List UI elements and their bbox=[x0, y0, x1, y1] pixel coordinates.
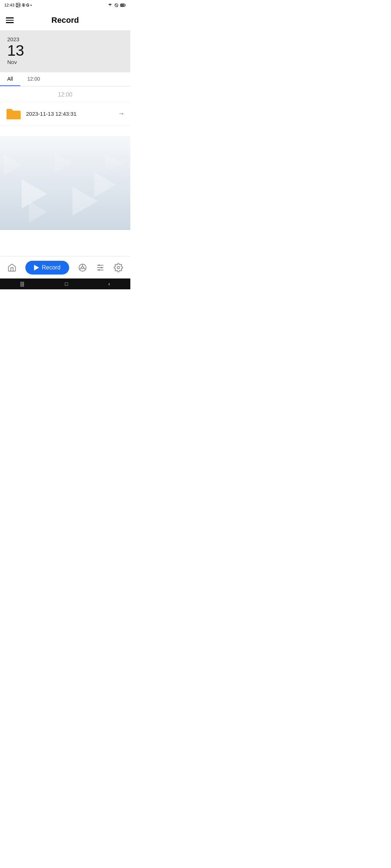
dot-icon: • bbox=[30, 3, 32, 7]
svg-point-24 bbox=[98, 264, 100, 266]
gear-icon bbox=[114, 263, 123, 272]
svg-marker-9 bbox=[22, 179, 47, 208]
status-right bbox=[108, 3, 126, 8]
watermark-shapes bbox=[0, 136, 130, 230]
folder-icon bbox=[6, 107, 21, 120]
nav-gear-button[interactable] bbox=[114, 263, 123, 272]
date-section: 2023 13 Nov bbox=[0, 30, 130, 72]
system-nav-bar: ||| □ ‹ bbox=[0, 278, 130, 289]
nav-record-button[interactable]: Record bbox=[25, 261, 70, 275]
tab-1200[interactable]: 12:00 bbox=[20, 72, 47, 86]
svg-point-1 bbox=[17, 4, 18, 5]
svg-point-25 bbox=[101, 267, 102, 268]
tab-all[interactable]: All bbox=[0, 72, 20, 86]
date-year: 2023 bbox=[7, 36, 123, 42]
svg-marker-11 bbox=[94, 172, 116, 197]
nav-home-button[interactable] bbox=[7, 263, 17, 272]
sim-1-icon: ① bbox=[22, 3, 25, 8]
photo-icon bbox=[16, 3, 21, 8]
date-month: Nov bbox=[7, 59, 123, 65]
svg-marker-15 bbox=[29, 201, 47, 223]
record-button-label: Record bbox=[42, 264, 61, 271]
nav-drive-button[interactable] bbox=[78, 263, 87, 272]
date-day: 13 bbox=[7, 42, 123, 59]
svg-marker-10 bbox=[72, 187, 98, 216]
svg-point-17 bbox=[81, 266, 84, 269]
record-name: 2023-11-13 12:43:31 bbox=[26, 111, 113, 117]
record-list: 2023-11-13 12:43:31 → bbox=[0, 102, 130, 125]
sliders-icon bbox=[96, 263, 105, 272]
status-left: 12:43 ① G • bbox=[4, 3, 32, 8]
svg-point-27 bbox=[117, 266, 120, 269]
back-button[interactable]: ‹ bbox=[108, 281, 110, 287]
svg-line-4 bbox=[115, 4, 118, 7]
home-icon bbox=[7, 263, 17, 272]
recents-button[interactable]: ||| bbox=[20, 281, 24, 287]
watermark-area bbox=[0, 136, 130, 230]
arrow-right-icon: → bbox=[118, 110, 125, 118]
g-network-icon: G bbox=[26, 3, 30, 7]
home-button[interactable]: □ bbox=[65, 281, 68, 287]
tabs-bar: All 12:00 bbox=[0, 72, 130, 86]
wifi-icon bbox=[108, 3, 113, 7]
nav-settings-filter-button[interactable] bbox=[96, 263, 105, 272]
content-area: 2023 13 Nov All 12:00 12:00 2023-11-13 1… bbox=[0, 30, 130, 256]
watermark-svg bbox=[0, 136, 130, 230]
svg-point-2 bbox=[110, 7, 110, 7]
svg-marker-14 bbox=[105, 154, 123, 172]
alarm-off-icon bbox=[114, 3, 119, 8]
header: Record bbox=[0, 10, 130, 30]
page-title: Record bbox=[51, 16, 79, 25]
record-item[interactable]: 2023-11-13 12:43:31 → bbox=[0, 102, 130, 125]
status-time: 12:43 bbox=[4, 3, 14, 7]
hamburger-menu-button[interactable] bbox=[6, 17, 14, 23]
svg-rect-8 bbox=[121, 4, 124, 7]
status-bar: 12:43 ① G • bbox=[0, 0, 130, 10]
play-icon bbox=[34, 265, 39, 271]
battery-icon bbox=[120, 3, 126, 7]
svg-marker-13 bbox=[54, 154, 72, 172]
steering-wheel-icon bbox=[78, 263, 87, 272]
time-group-header: 12:00 bbox=[0, 86, 130, 102]
bottom-nav: Record bbox=[0, 256, 130, 278]
svg-point-26 bbox=[98, 269, 100, 271]
svg-marker-12 bbox=[4, 154, 22, 176]
